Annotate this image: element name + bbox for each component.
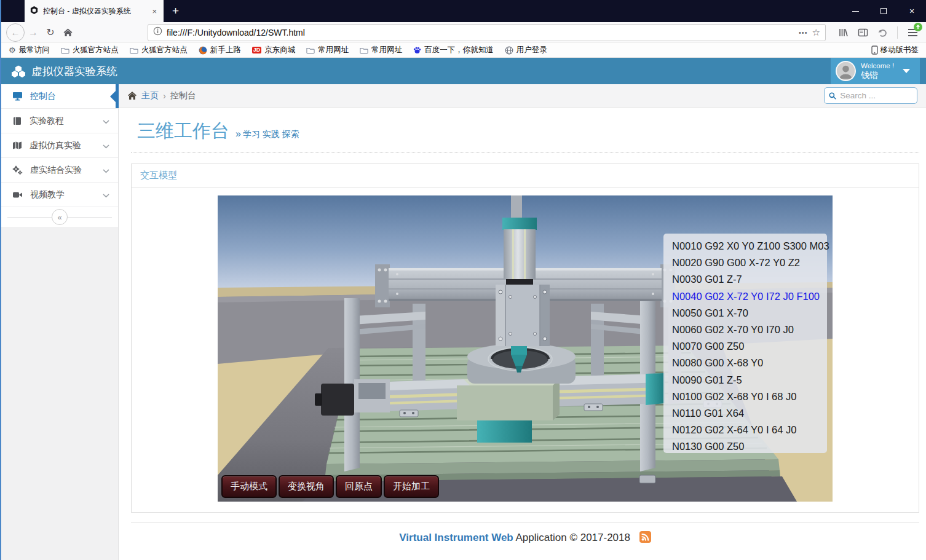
sidebar-collapse-button[interactable]: «: [52, 209, 68, 225]
map-icon: [12, 141, 22, 150]
library-icon: [838, 28, 849, 37]
sidebar-item-console[interactable]: 控制台: [1, 84, 118, 109]
bookmark-item[interactable]: 新手上路: [199, 45, 241, 55]
manual-mode-button[interactable]: 手动模式: [221, 475, 277, 498]
new-tab-button[interactable]: +: [164, 0, 188, 22]
gear-icon: ⚙: [9, 46, 16, 54]
home-icon: [63, 28, 73, 37]
bookmark-item[interactable]: ⚙ 最常访问: [9, 45, 50, 55]
browser-tab[interactable]: 控制台 - 虚拟仪器实验系统 ×: [25, 0, 164, 22]
chevron-down-icon: [103, 190, 109, 200]
page-footer: Virtual Instrument Web Application © 201…: [131, 523, 919, 560]
gcode-line: N0060 G02 X-70 Y0 I70 J0: [672, 321, 827, 338]
tab-close-icon[interactable]: ×: [150, 7, 159, 16]
gcode-line: N0020 G90 G00 X-72 Y0 Z2: [672, 254, 827, 271]
gcode-line: N0050 G01 X-70: [672, 305, 827, 321]
folder-icon: [306, 47, 315, 54]
interactive-model-panel: 交互模型: [131, 164, 919, 513]
gcode-line: N0030 G01 Z-7: [672, 271, 827, 288]
breadcrumb: 主页 › 控制台: [119, 84, 926, 108]
toolbar-divider: [897, 26, 898, 39]
desktop-icon: [12, 92, 23, 101]
sidebars-button[interactable]: [854, 24, 871, 41]
return-origin-button[interactable]: 回原点: [336, 475, 382, 498]
sidebar-item-virtual-simulation[interactable]: 虚拟仿真实验: [1, 133, 118, 158]
app-brand[interactable]: 虚拟仪器实验系统: [11, 64, 117, 79]
start-machining-button[interactable]: 开始加工: [384, 475, 439, 498]
tab-title: 控制台 - 虚拟仪器实验系统: [43, 6, 146, 17]
chevron-down-icon: [103, 141, 109, 151]
bookmark-folder[interactable]: 常用网址: [306, 45, 349, 55]
baidu-paw-icon: [413, 46, 421, 54]
footer-brand-link[interactable]: Virtual Instrument Web: [399, 532, 513, 543]
bookmark-folder[interactable]: 火狐官方站点: [130, 45, 188, 55]
page-info-icon[interactable]: [153, 26, 162, 38]
sidebar-item-virtual-real[interactable]: 虚实结合实验: [1, 158, 118, 183]
forward-button[interactable]: →: [25, 24, 42, 41]
sidebar-item-video[interactable]: 视频教学: [1, 183, 118, 207]
bookmark-star-icon[interactable]: ☆: [812, 27, 820, 38]
home-icon[interactable]: [127, 91, 137, 100]
footer-text: Application © 2017-2018: [513, 532, 630, 543]
active-item-marker: [116, 84, 119, 108]
sidebar-item-tutorials[interactable]: 实验教程: [1, 109, 118, 133]
bookmark-folder[interactable]: 常用网址: [360, 45, 402, 55]
breadcrumb-home-link[interactable]: 主页: [141, 90, 159, 101]
toolbar-right: [834, 24, 921, 41]
gcode-line: N0130 G00 Z50: [672, 438, 827, 455]
close-icon: ×: [909, 6, 914, 16]
user-menu[interactable]: Welcome ! 钱锴: [831, 58, 920, 84]
home-button[interactable]: [59, 24, 76, 41]
sidebar: 控制台 实验教程 虚拟仿真实验 虚实结合实验 视频教学: [1, 84, 119, 560]
refresh-button[interactable]: ↻: [42, 24, 59, 41]
bookmark-item[interactable]: JD 京东商城: [252, 45, 296, 55]
main-area: 主页 › 控制台 三维工作台 »学习 实践 探索 交互模型: [119, 84, 926, 560]
nav-toolbar: ← → ↻ ••• ☆: [1, 22, 926, 43]
page-subtitle: »学习 实践 探索: [235, 128, 299, 140]
gears-icon: [12, 165, 23, 175]
url-bar[interactable]: ••• ☆: [148, 24, 826, 41]
phone-icon: [871, 45, 878, 55]
url-input[interactable]: [167, 28, 794, 37]
update-badge-icon: [914, 23, 922, 31]
undo-closed-tab-button[interactable]: [874, 24, 891, 41]
bookmark-item[interactable]: 用户登录: [505, 45, 547, 55]
breadcrumb-separator: ›: [163, 90, 166, 101]
gcode-line: N0010 G92 X0 Y0 Z100 S300 M03: [672, 238, 827, 254]
unity-favicon: [30, 6, 39, 17]
mobile-bookmarks[interactable]: 移动版书签: [871, 45, 919, 55]
rss-icon[interactable]: [639, 531, 651, 546]
search-input[interactable]: [840, 91, 912, 100]
globe-icon: [505, 46, 513, 55]
viewer-button-bar: 手动模式 变换视角 回原点 开始加工: [221, 475, 439, 498]
bookmark-item[interactable]: 百度一下，你就知道: [413, 45, 494, 55]
window-controls: ×: [841, 0, 926, 22]
gcode-line: N0040 G02 X-72 Y0 I72 J0 F100: [672, 288, 827, 305]
gcode-line: N0080 G00 X-68 Y0: [672, 355, 827, 371]
breadcrumb-current: 控制台: [170, 90, 196, 101]
back-button[interactable]: ←: [6, 23, 25, 42]
window-titlebar: 控制台 - 虚拟仪器实验系统 × + ×: [1, 0, 926, 22]
undo-arrow-icon: [877, 28, 888, 37]
maximize-button[interactable]: [869, 0, 898, 22]
page-actions-icon[interactable]: •••: [799, 29, 808, 36]
gcode-line: N0100 G02 X-68 Y0 I 68 J0: [672, 388, 827, 405]
minimize-button[interactable]: [841, 0, 869, 22]
sidebar-toggle-icon: [858, 28, 868, 37]
gcode-line: N0110 G01 X64: [672, 405, 827, 422]
folder-icon: [61, 47, 69, 54]
chevron-down-icon: [103, 165, 109, 175]
close-button[interactable]: ×: [898, 0, 926, 22]
bookmark-folder[interactable]: 火狐官方站点: [61, 45, 119, 55]
browser-window: 控制台 - 虚拟仪器实验系统 × + × ← → ↻ ••• ☆: [0, 0, 926, 560]
maximize-icon: [880, 8, 887, 14]
menu-button[interactable]: [904, 24, 921, 41]
user-text: Welcome ! 钱锴: [861, 61, 894, 81]
video-icon: [12, 191, 23, 199]
unity-3d-viewport[interactable]: N0010 G92 X0 Y0 Z100 S300 M03 N0020 G90 …: [218, 195, 833, 502]
search-box[interactable]: [824, 87, 917, 104]
change-view-button[interactable]: 变换视角: [279, 475, 334, 498]
library-button[interactable]: [834, 24, 852, 41]
book-icon: [12, 116, 22, 126]
app-title: 虚拟仪器实验系统: [31, 64, 117, 79]
